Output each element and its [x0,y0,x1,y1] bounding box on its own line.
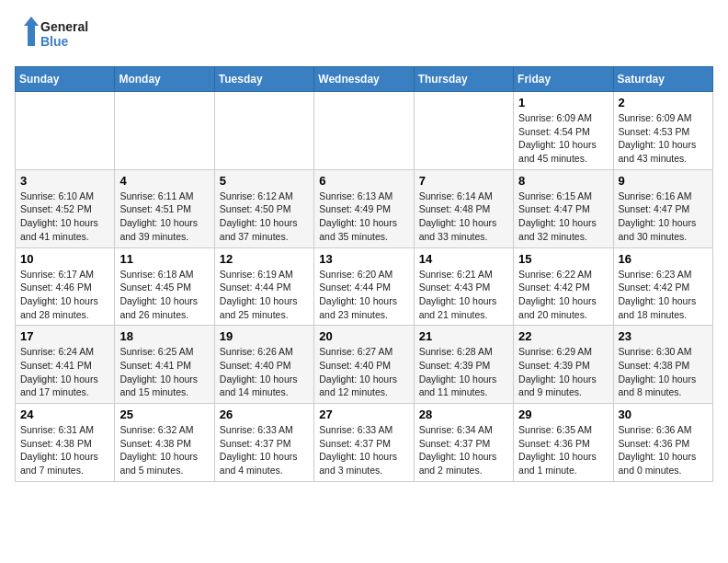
calendar-cell [214,92,313,170]
day-number: 30 [619,408,708,421]
calendar-cell: 18Sunrise: 6:25 AM Sunset: 4:41 PM Dayli… [115,326,214,404]
calendar-cell [414,92,513,170]
calendar-cell: 1Sunrise: 6:09 AM Sunset: 4:54 PM Daylig… [514,92,613,170]
calendar-cell: 23Sunrise: 6:30 AM Sunset: 4:38 PM Dayli… [613,326,712,404]
week-row-5: 24Sunrise: 6:31 AM Sunset: 4:38 PM Dayli… [16,404,713,482]
calendar-cell: 24Sunrise: 6:31 AM Sunset: 4:38 PM Dayli… [16,404,115,482]
day-info: Sunrise: 6:09 AM Sunset: 4:54 PM Dayligh… [518,111,608,166]
day-number: 4 [119,174,209,188]
logo-graphic: General Blue [15,15,97,55]
day-number: 12 [220,252,309,266]
weekday-header-thursday: Thursday [414,67,513,92]
calendar-cell: 4Sunrise: 6:11 AM Sunset: 4:51 PM Daylig… [115,169,214,247]
calendar-cell: 12Sunrise: 6:19 AM Sunset: 4:44 PM Dayli… [214,247,313,326]
week-row-3: 10Sunrise: 6:17 AM Sunset: 4:46 PM Dayli… [16,247,713,326]
day-info: Sunrise: 6:22 AM Sunset: 4:42 PM Dayligh… [518,268,608,322]
day-info: Sunrise: 6:16 AM Sunset: 4:47 PM Dayligh… [619,190,708,244]
day-info: Sunrise: 6:17 AM Sunset: 4:46 PM Dayligh… [20,268,109,322]
calendar-cell: 19Sunrise: 6:26 AM Sunset: 4:40 PM Dayli… [214,326,313,404]
calendar-cell: 7Sunrise: 6:14 AM Sunset: 4:48 PM Daylig… [414,169,513,247]
calendar-cell [16,92,115,170]
calendar-cell [314,92,414,170]
day-info: Sunrise: 6:15 AM Sunset: 4:47 PM Dayligh… [518,190,608,244]
day-info: Sunrise: 6:13 AM Sunset: 4:49 PM Dayligh… [319,190,408,244]
day-number: 19 [220,329,309,343]
day-number: 29 [518,408,608,421]
week-row-1: 1Sunrise: 6:09 AM Sunset: 4:54 PM Daylig… [16,92,713,170]
day-info: Sunrise: 6:28 AM Sunset: 4:39 PM Dayligh… [419,345,508,399]
day-number: 23 [619,329,708,343]
calendar-cell: 16Sunrise: 6:23 AM Sunset: 4:42 PM Dayli… [613,247,712,326]
day-number: 18 [119,329,209,343]
day-info: Sunrise: 6:35 AM Sunset: 4:36 PM Dayligh… [518,423,608,477]
calendar-cell: 3Sunrise: 6:10 AM Sunset: 4:52 PM Daylig… [16,169,115,247]
day-number: 6 [319,174,408,188]
day-number: 17 [20,329,109,343]
day-info: Sunrise: 6:12 AM Sunset: 4:50 PM Dayligh… [220,190,309,244]
day-info: Sunrise: 6:18 AM Sunset: 4:45 PM Dayligh… [119,268,209,322]
day-info: Sunrise: 6:09 AM Sunset: 4:53 PM Dayligh… [619,111,708,166]
day-info: Sunrise: 6:32 AM Sunset: 4:38 PM Dayligh… [119,423,209,477]
logo: General Blue [15,15,97,55]
day-info: Sunrise: 6:20 AM Sunset: 4:44 PM Dayligh… [319,268,408,322]
day-info: Sunrise: 6:33 AM Sunset: 4:37 PM Dayligh… [319,423,408,477]
calendar-cell: 10Sunrise: 6:17 AM Sunset: 4:46 PM Dayli… [16,247,115,326]
calendar-cell: 13Sunrise: 6:20 AM Sunset: 4:44 PM Dayli… [314,247,414,326]
calendar-cell: 20Sunrise: 6:27 AM Sunset: 4:40 PM Dayli… [314,326,414,404]
day-info: Sunrise: 6:10 AM Sunset: 4:52 PM Dayligh… [20,190,109,244]
calendar-cell: 2Sunrise: 6:09 AM Sunset: 4:53 PM Daylig… [613,92,712,170]
weekday-header-saturday: Saturday [613,67,712,92]
week-row-4: 17Sunrise: 6:24 AM Sunset: 4:41 PM Dayli… [16,326,713,404]
day-number: 9 [619,174,708,188]
day-info: Sunrise: 6:25 AM Sunset: 4:41 PM Dayligh… [119,345,209,399]
day-info: Sunrise: 6:27 AM Sunset: 4:40 PM Dayligh… [319,345,408,399]
svg-text:Blue: Blue [40,34,69,49]
day-number: 1 [518,96,608,109]
day-number: 8 [518,174,608,188]
day-number: 10 [20,252,109,266]
calendar-cell: 11Sunrise: 6:18 AM Sunset: 4:45 PM Dayli… [115,247,214,326]
day-info: Sunrise: 6:19 AM Sunset: 4:44 PM Dayligh… [220,268,309,322]
day-info: Sunrise: 6:33 AM Sunset: 4:37 PM Dayligh… [220,423,309,477]
day-info: Sunrise: 6:34 AM Sunset: 4:37 PM Dayligh… [419,423,508,477]
calendar-cell: 6Sunrise: 6:13 AM Sunset: 4:49 PM Daylig… [314,169,414,247]
day-info: Sunrise: 6:30 AM Sunset: 4:38 PM Dayligh… [619,345,708,399]
calendar-cell: 14Sunrise: 6:21 AM Sunset: 4:43 PM Dayli… [414,247,513,326]
day-info: Sunrise: 6:24 AM Sunset: 4:41 PM Dayligh… [20,345,109,399]
day-number: 25 [119,408,209,421]
day-info: Sunrise: 6:36 AM Sunset: 4:36 PM Dayligh… [619,423,708,477]
svg-marker-2 [24,17,39,46]
day-info: Sunrise: 6:31 AM Sunset: 4:38 PM Dayligh… [20,423,109,477]
day-number: 2 [619,96,708,109]
week-row-2: 3Sunrise: 6:10 AM Sunset: 4:52 PM Daylig… [16,169,713,247]
day-number: 14 [419,252,508,266]
day-info: Sunrise: 6:26 AM Sunset: 4:40 PM Dayligh… [220,345,309,399]
calendar-cell: 30Sunrise: 6:36 AM Sunset: 4:36 PM Dayli… [613,404,712,482]
day-info: Sunrise: 6:14 AM Sunset: 4:48 PM Dayligh… [419,190,508,244]
calendar-table: SundayMondayTuesdayWednesdayThursdayFrid… [15,66,713,482]
day-info: Sunrise: 6:11 AM Sunset: 4:51 PM Dayligh… [119,190,209,244]
day-number: 24 [20,408,109,421]
calendar-cell: 15Sunrise: 6:22 AM Sunset: 4:42 PM Dayli… [514,247,613,326]
weekday-header-sunday: Sunday [16,67,115,92]
weekday-header-monday: Monday [115,67,214,92]
calendar-cell: 25Sunrise: 6:32 AM Sunset: 4:38 PM Dayli… [115,404,214,482]
day-number: 13 [319,252,408,266]
calendar-cell: 8Sunrise: 6:15 AM Sunset: 4:47 PM Daylig… [514,169,613,247]
calendar-cell: 5Sunrise: 6:12 AM Sunset: 4:50 PM Daylig… [214,169,313,247]
calendar-cell: 27Sunrise: 6:33 AM Sunset: 4:37 PM Dayli… [314,404,414,482]
day-info: Sunrise: 6:21 AM Sunset: 4:43 PM Dayligh… [419,268,508,322]
weekday-header-row: SundayMondayTuesdayWednesdayThursdayFrid… [16,67,713,92]
day-number: 28 [419,408,508,421]
day-info: Sunrise: 6:23 AM Sunset: 4:42 PM Dayligh… [619,268,708,322]
day-number: 22 [518,329,608,343]
weekday-header-wednesday: Wednesday [314,67,414,92]
day-number: 20 [319,329,408,343]
day-number: 27 [319,408,408,421]
day-number: 16 [619,252,708,266]
calendar-cell: 26Sunrise: 6:33 AM Sunset: 4:37 PM Dayli… [214,404,313,482]
day-number: 7 [419,174,508,188]
calendar-cell: 28Sunrise: 6:34 AM Sunset: 4:37 PM Dayli… [414,404,513,482]
day-number: 26 [220,408,309,421]
calendar-cell: 22Sunrise: 6:29 AM Sunset: 4:39 PM Dayli… [514,326,613,404]
